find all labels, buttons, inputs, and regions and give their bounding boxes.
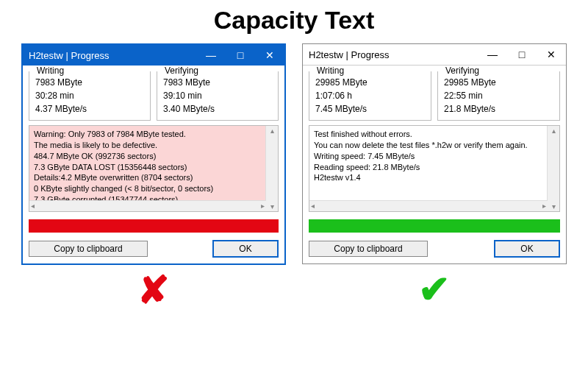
- copy-button[interactable]: Copy to clipboard: [29, 241, 148, 257]
- titlebar: H2testw | Progress — □ ✕: [23, 45, 284, 66]
- panel-verifying: Verifying 7983 MByte 39:10 min 3.40 MByt…: [157, 71, 279, 121]
- minimize-icon[interactable]: —: [478, 44, 507, 65]
- panel-title: Verifying: [442, 66, 482, 76]
- verify-bytes: 29985 MByte: [444, 76, 553, 89]
- maximize-icon[interactable]: □: [226, 45, 255, 66]
- verify-time: 39:10 min: [163, 89, 272, 102]
- log-line: 0 KByte slightly changed (< 8 bit/sector…: [34, 183, 273, 194]
- panel-writing: Writing 7983 MByte 30:28 min 4.37 MByte/…: [29, 71, 151, 121]
- scrollbar-horizontal[interactable]: ◂▸: [309, 200, 548, 211]
- window-ok: H2testw | Progress — □ ✕ Writing 29985 M…: [302, 43, 567, 264]
- titlebar: H2testw | Progress — □ ✕: [303, 44, 566, 66]
- log-line: 7.3 GByte DATA LOST (15356448 sectors): [34, 162, 273, 173]
- ok-button[interactable]: OK: [212, 240, 279, 258]
- writing-speed: 4.37 MByte/s: [35, 102, 144, 116]
- log-line: Test finished without errors.: [314, 129, 555, 140]
- progress-bar: [29, 219, 279, 233]
- copy-button[interactable]: Copy to clipboard: [309, 241, 428, 257]
- verify-bytes: 7983 MByte: [163, 76, 272, 89]
- ok-button[interactable]: OK: [494, 240, 560, 258]
- writing-speed: 7.45 MByte/s: [315, 102, 425, 116]
- panel-title: Writing: [34, 66, 67, 76]
- window-fail: H2testw | Progress — □ ✕ Writing 7983 MB…: [21, 43, 286, 265]
- fail-mark-icon: ✘: [137, 268, 170, 312]
- writing-bytes: 29985 MByte: [315, 76, 425, 89]
- panel-title: Writing: [314, 66, 347, 76]
- writing-time: 30:28 min: [35, 89, 144, 102]
- progress-bar: [309, 219, 560, 233]
- panel-verifying: Verifying 29985 MByte 22:55 min 21.8 MBy…: [437, 71, 560, 121]
- minimize-icon[interactable]: —: [196, 45, 226, 66]
- maximize-icon[interactable]: □: [507, 44, 537, 65]
- close-icon[interactable]: ✕: [537, 44, 566, 65]
- page-title: Capacity Text: [0, 6, 588, 35]
- window-title: H2testw | Progress: [29, 50, 196, 61]
- log-line: The media is likely to be defective.: [34, 140, 273, 151]
- log-line: Writing speed: 7.45 MByte/s: [314, 151, 555, 162]
- log-box: Test finished without errors. You can no…: [309, 125, 560, 212]
- panel-title: Verifying: [162, 66, 201, 76]
- verify-speed: 21.8 MByte/s: [444, 102, 553, 116]
- log-line: Reading speed: 21.8 MByte/s: [314, 162, 555, 173]
- writing-bytes: 7983 MByte: [35, 76, 144, 89]
- log-line: You can now delete the test files *.h2w …: [314, 140, 555, 151]
- ok-mark-icon: ✔: [418, 267, 451, 311]
- log-box: Warning: Only 7983 of 7984 MByte tested.…: [29, 125, 279, 212]
- window-title: H2testw | Progress: [309, 49, 478, 60]
- scrollbar-vertical[interactable]: ▴▾: [265, 126, 278, 211]
- panel-writing: Writing 29985 MByte 1:07:06 h 7.45 MByte…: [309, 71, 431, 121]
- scrollbar-vertical[interactable]: ▴▾: [547, 126, 559, 211]
- log-line: Details:4.2 MByte overwritten (8704 sect…: [34, 172, 273, 183]
- log-line: Warning: Only 7983 of 7984 MByte tested.: [34, 129, 273, 140]
- scrollbar-horizontal[interactable]: ◂▸: [29, 200, 266, 211]
- writing-time: 1:07:06 h: [315, 89, 425, 102]
- verify-time: 22:55 min: [444, 89, 553, 102]
- close-icon[interactable]: ✕: [255, 45, 284, 66]
- verify-speed: 3.40 MByte/s: [163, 102, 272, 116]
- log-line: 484.7 MByte OK (992736 sectors): [34, 151, 273, 162]
- log-line: H2testw v1.4: [314, 172, 555, 183]
